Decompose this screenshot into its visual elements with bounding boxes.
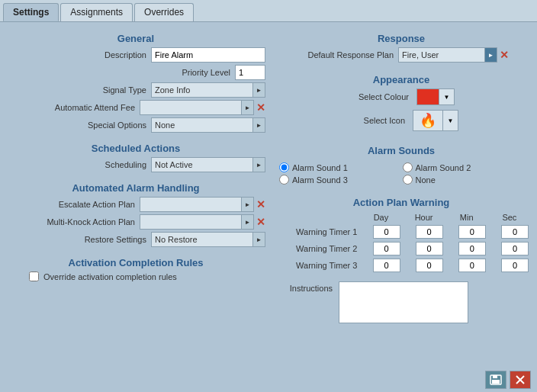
save-button[interactable] (485, 371, 506, 389)
apw-label-1: Warning Timer 1 (272, 223, 359, 240)
special-options-arrow[interactable]: ► (252, 118, 265, 132)
activation-section: Activation Completion Rules Override act… (6, 252, 265, 284)
response-plan-dropdown[interactable]: Fire, User ► (398, 47, 497, 63)
response-plan-value: Fire, User (399, 49, 484, 61)
alarm-sound-2-radio[interactable] (403, 162, 413, 172)
response-plan-clear[interactable]: ✕ (500, 50, 509, 60)
scheduling-dropdown[interactable]: Not Active ► (151, 157, 265, 172)
override-checkbox[interactable] (29, 272, 39, 281)
alarm-sound-3-radio[interactable] (279, 175, 289, 185)
multiknock-dropdown[interactable]: ► (140, 214, 254, 230)
restore-dropdown[interactable]: No Restore ► (151, 232, 265, 247)
appearance-title: Appearance (272, 74, 531, 85)
restore-value: No Restore (152, 233, 252, 246)
apw-1-hour[interactable] (416, 225, 443, 239)
alarm-sound-3-label: Alarm Sound 3 (292, 175, 348, 185)
alarm-sound-none-radio[interactable] (403, 175, 413, 185)
auto-attend-dropdown[interactable]: ► (140, 100, 254, 115)
priority-label: Priority Level (131, 68, 230, 77)
tab-overrides[interactable]: Overrides (134, 3, 194, 21)
scheduling-arrow[interactable]: ► (252, 158, 265, 172)
apw-2-hour[interactable] (416, 242, 443, 255)
save-icon (490, 374, 502, 385)
auto-attend-arrow[interactable]: ► (241, 101, 253, 114)
icon-row: Select Icon 🔥 ▼ (272, 110, 531, 131)
signal-type-dropdown[interactable]: Zone Info ► (151, 82, 265, 98)
default-plan-row: Default Response Plan Fire, User ► ✕ (272, 47, 531, 63)
apw-3-hour[interactable] (416, 259, 443, 272)
escalate-value (140, 203, 241, 206)
instructions-section: Instructions (272, 281, 531, 323)
apw-header-day: Day (359, 211, 402, 223)
description-label: Description (47, 50, 146, 59)
escalate-clear[interactable]: ✕ (256, 199, 265, 210)
alarm-sound-1-radio[interactable] (279, 162, 289, 172)
apw-label-3: Warning Timer 3 (272, 257, 359, 274)
alarm-sound-2-row: Alarm Sound 2 (403, 162, 524, 172)
apw-3-day[interactable] (373, 259, 400, 272)
right-panel: Response Default Response Plan Fire, Use… (272, 28, 531, 361)
content-area: General Description Priority Level Signa… (0, 22, 537, 368)
apw-2-day[interactable] (373, 242, 400, 255)
apw-3-sec[interactable] (501, 259, 529, 272)
tab-assignments[interactable]: Assignments (60, 3, 133, 21)
flame-icon: 🔥 (420, 112, 436, 129)
special-options-dropdown[interactable]: None ► (151, 117, 265, 133)
svg-rect-1 (493, 375, 497, 378)
apw-1-sec[interactable] (501, 225, 529, 239)
restore-row: Restore Settings No Restore ► (6, 232, 265, 247)
multiknock-value (140, 220, 241, 223)
apw-title: Action Plan Warning (272, 197, 531, 208)
tab-settings[interactable]: Settings (3, 3, 59, 21)
general-section: General Description Priority Level Signa… (6, 28, 265, 135)
default-plan-label: Default Response Plan (272, 50, 394, 59)
apw-row-2: Warning Timer 2 (272, 240, 531, 257)
response-plan-arrow[interactable]: ► (484, 48, 497, 62)
escalate-dropdown[interactable]: ► (140, 197, 254, 212)
escalate-arrow[interactable]: ► (241, 198, 253, 211)
multiknock-clear[interactable]: ✕ (256, 217, 265, 227)
alarm-sound-2-label: Alarm Sound 2 (416, 163, 471, 172)
apw-row-3: Warning Timer 3 (272, 257, 531, 274)
scheduling-row: Scheduling Not Active ► (6, 157, 265, 172)
priority-row: Priority Level (6, 65, 265, 80)
signal-type-value: Zone Info (152, 84, 252, 96)
scheduling-value: Not Active (152, 159, 252, 171)
apw-1-day[interactable] (373, 225, 400, 239)
override-row: Override activation completion rules (29, 272, 265, 281)
special-options-label: Special Options (47, 120, 146, 130)
apw-header-min: Min (445, 211, 488, 223)
override-label: Override activation completion rules (43, 272, 177, 281)
description-input[interactable] (151, 47, 265, 63)
apw-2-min[interactable] (458, 242, 486, 255)
alarm-sounds-section: Alarm Sounds Alarm Sound 1 Alarm Sound 2… (272, 140, 531, 188)
auto-attend-label: Automatic Attend Fee (36, 103, 135, 112)
cancel-button[interactable] (510, 371, 531, 389)
alarm-sounds-title: Alarm Sounds (272, 145, 531, 156)
cancel-icon (516, 375, 525, 384)
multiknock-arrow[interactable]: ► (241, 215, 253, 229)
icon-dropdown-btn[interactable]: ▼ (443, 110, 458, 131)
auto-attend-row: Automatic Attend Fee ► ✕ (6, 100, 265, 115)
colour-row: Select Colour ▼ (272, 88, 531, 105)
apw-2-sec[interactable] (501, 242, 529, 255)
general-title: General (6, 33, 265, 44)
signal-type-arrow[interactable]: ► (252, 83, 265, 97)
apw-1-min[interactable] (458, 225, 486, 239)
priority-input[interactable] (235, 65, 265, 80)
apw-table: Day Hour Min Sec Warning Timer 1 (272, 211, 531, 274)
icon-select[interactable]: 🔥 ▼ (413, 110, 458, 131)
instructions-textarea[interactable] (339, 281, 468, 323)
colour-swatch (416, 88, 439, 105)
alarm-sound-none-label: None (416, 175, 436, 185)
scheduled-actions-section: Scheduled Actions Scheduling Not Active … (6, 138, 265, 175)
colour-dropdown-btn[interactable]: ▼ (439, 88, 455, 105)
multiknock-label: Multi-Knock Action Plan (36, 217, 135, 227)
restore-arrow[interactable]: ► (252, 233, 265, 246)
escalate-label: Escalate Action Plan (36, 200, 135, 209)
description-row: Description (6, 47, 265, 63)
auto-attend-clear[interactable]: ✕ (256, 102, 265, 113)
apw-3-min[interactable] (458, 259, 486, 272)
alarm-sound-1-row: Alarm Sound 1 (279, 162, 400, 172)
alarm-sound-1-label: Alarm Sound 1 (292, 163, 348, 172)
